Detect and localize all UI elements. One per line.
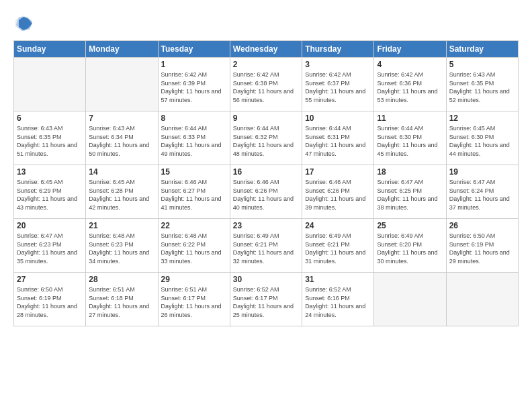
calendar-week-row: 20Sunrise: 6:47 AMSunset: 6:23 PMDayligh… [14, 219, 519, 273]
day-number: 22 [161, 221, 227, 230]
calendar-week-row: 1Sunrise: 6:42 AMSunset: 6:39 PMDaylight… [14, 58, 519, 111]
day-info: Sunrise: 6:42 AMSunset: 6:38 PMDaylight:… [233, 71, 299, 104]
day-info: Sunrise: 6:42 AMSunset: 6:39 PMDaylight:… [161, 71, 227, 104]
day-number: 15 [161, 167, 227, 177]
calendar-cell [86, 58, 158, 111]
day-info: Sunrise: 6:44 AMSunset: 6:31 PMDaylight:… [305, 124, 371, 158]
day-info: Sunrise: 6:48 AMSunset: 6:22 PMDaylight:… [161, 232, 227, 265]
logo-icon [13, 13, 34, 34]
day-info: Sunrise: 6:46 AMSunset: 6:27 PMDaylight:… [161, 178, 227, 212]
day-info: Sunrise: 6:47 AMSunset: 6:24 PMDaylight:… [449, 178, 515, 212]
calendar-table: SundayMondayTuesdayWednesdayThursdayFrid… [13, 40, 519, 326]
day-number: 13 [17, 167, 83, 177]
day-number: 14 [89, 167, 154, 177]
column-header-sunday: Sunday [14, 41, 86, 58]
day-number: 7 [89, 113, 154, 123]
calendar-cell: 26Sunrise: 6:50 AMSunset: 6:19 PMDayligh… [446, 219, 518, 273]
calendar-cell: 7Sunrise: 6:43 AMSunset: 6:34 PMDaylight… [86, 111, 158, 165]
day-number: 10 [305, 113, 371, 123]
day-number: 29 [161, 275, 227, 284]
calendar-cell: 17Sunrise: 6:46 AMSunset: 6:26 PMDayligh… [302, 165, 374, 219]
day-info: Sunrise: 6:47 AMSunset: 6:23 PMDaylight:… [17, 232, 83, 265]
day-number: 5 [449, 60, 515, 69]
day-info: Sunrise: 6:43 AMSunset: 6:34 PMDaylight:… [89, 124, 154, 158]
day-number: 9 [233, 113, 299, 123]
day-info: Sunrise: 6:49 AMSunset: 6:21 PMDaylight:… [233, 232, 299, 265]
day-number: 12 [449, 113, 515, 123]
calendar-week-row: 27Sunrise: 6:50 AMSunset: 6:19 PMDayligh… [14, 273, 519, 326]
calendar-cell: 20Sunrise: 6:47 AMSunset: 6:23 PMDayligh… [14, 219, 86, 273]
column-header-monday: Monday [86, 41, 158, 58]
calendar-cell: 28Sunrise: 6:51 AMSunset: 6:18 PMDayligh… [86, 273, 158, 326]
day-number: 20 [17, 221, 83, 230]
calendar-cell: 4Sunrise: 6:42 AMSunset: 6:36 PMDaylight… [374, 58, 446, 111]
day-info: Sunrise: 6:45 AMSunset: 6:30 PMDaylight:… [449, 124, 515, 158]
day-info: Sunrise: 6:52 AMSunset: 6:16 PMDaylight:… [305, 285, 371, 319]
day-number: 24 [305, 221, 371, 230]
day-number: 2 [233, 60, 299, 69]
day-number: 21 [89, 221, 154, 230]
day-info: Sunrise: 6:51 AMSunset: 6:17 PMDaylight:… [161, 285, 227, 319]
day-number: 17 [305, 167, 371, 177]
calendar-cell: 23Sunrise: 6:49 AMSunset: 6:21 PMDayligh… [230, 219, 302, 273]
calendar-cell: 31Sunrise: 6:52 AMSunset: 6:16 PMDayligh… [302, 273, 374, 326]
calendar-cell: 11Sunrise: 6:44 AMSunset: 6:30 PMDayligh… [374, 111, 446, 165]
day-number: 8 [161, 113, 227, 123]
day-number: 11 [377, 113, 443, 123]
calendar-cell: 24Sunrise: 6:49 AMSunset: 6:21 PMDayligh… [302, 219, 374, 273]
calendar-cell: 25Sunrise: 6:49 AMSunset: 6:20 PMDayligh… [374, 219, 446, 273]
calendar-cell: 29Sunrise: 6:51 AMSunset: 6:17 PMDayligh… [158, 273, 230, 326]
calendar-week-row: 6Sunrise: 6:43 AMSunset: 6:35 PMDaylight… [14, 111, 519, 165]
column-header-wednesday: Wednesday [230, 41, 302, 58]
page-header [13, 13, 519, 34]
calendar-cell: 10Sunrise: 6:44 AMSunset: 6:31 PMDayligh… [302, 111, 374, 165]
day-info: Sunrise: 6:42 AMSunset: 6:37 PMDaylight:… [305, 71, 371, 104]
calendar-cell: 6Sunrise: 6:43 AMSunset: 6:35 PMDaylight… [14, 111, 86, 165]
day-info: Sunrise: 6:49 AMSunset: 6:21 PMDaylight:… [305, 232, 371, 265]
day-info: Sunrise: 6:46 AMSunset: 6:26 PMDaylight:… [305, 178, 371, 212]
day-number: 6 [17, 113, 83, 123]
day-info: Sunrise: 6:45 AMSunset: 6:28 PMDaylight:… [89, 178, 154, 212]
day-number: 23 [233, 221, 299, 230]
calendar-cell [446, 273, 518, 326]
calendar-cell: 27Sunrise: 6:50 AMSunset: 6:19 PMDayligh… [14, 273, 86, 326]
day-info: Sunrise: 6:48 AMSunset: 6:23 PMDaylight:… [89, 232, 154, 265]
day-info: Sunrise: 6:46 AMSunset: 6:26 PMDaylight:… [233, 178, 299, 212]
calendar-cell: 8Sunrise: 6:44 AMSunset: 6:33 PMDaylight… [158, 111, 230, 165]
column-header-saturday: Saturday [446, 41, 518, 58]
day-number: 28 [89, 275, 154, 284]
calendar-cell: 18Sunrise: 6:47 AMSunset: 6:25 PMDayligh… [374, 165, 446, 219]
calendar-week-row: 13Sunrise: 6:45 AMSunset: 6:29 PMDayligh… [14, 165, 519, 219]
day-number: 31 [305, 275, 371, 284]
calendar-cell: 19Sunrise: 6:47 AMSunset: 6:24 PMDayligh… [446, 165, 518, 219]
calendar-cell: 1Sunrise: 6:42 AMSunset: 6:39 PMDaylight… [158, 58, 230, 111]
svg-marker-2 [19, 17, 32, 30]
day-number: 27 [17, 275, 83, 284]
calendar-cell: 2Sunrise: 6:42 AMSunset: 6:38 PMDaylight… [230, 58, 302, 111]
day-number: 19 [449, 167, 515, 177]
day-number: 1 [161, 60, 227, 69]
day-info: Sunrise: 6:44 AMSunset: 6:30 PMDaylight:… [377, 124, 443, 158]
day-info: Sunrise: 6:44 AMSunset: 6:32 PMDaylight:… [233, 124, 299, 158]
column-header-tuesday: Tuesday [158, 41, 230, 58]
calendar-cell: 3Sunrise: 6:42 AMSunset: 6:37 PMDaylight… [302, 58, 374, 111]
calendar-cell: 16Sunrise: 6:46 AMSunset: 6:26 PMDayligh… [230, 165, 302, 219]
day-info: Sunrise: 6:43 AMSunset: 6:35 PMDaylight:… [17, 124, 83, 158]
day-number: 26 [449, 221, 515, 230]
calendar-cell: 22Sunrise: 6:48 AMSunset: 6:22 PMDayligh… [158, 219, 230, 273]
calendar-cell: 14Sunrise: 6:45 AMSunset: 6:28 PMDayligh… [86, 165, 158, 219]
day-number: 18 [377, 167, 443, 177]
calendar-cell: 12Sunrise: 6:45 AMSunset: 6:30 PMDayligh… [446, 111, 518, 165]
calendar-cell: 15Sunrise: 6:46 AMSunset: 6:27 PMDayligh… [158, 165, 230, 219]
column-header-friday: Friday [374, 41, 446, 58]
day-info: Sunrise: 6:44 AMSunset: 6:33 PMDaylight:… [161, 124, 227, 158]
column-header-thursday: Thursday [302, 41, 374, 58]
logo [13, 13, 36, 34]
calendar-header-row: SundayMondayTuesdayWednesdayThursdayFrid… [14, 41, 519, 58]
day-info: Sunrise: 6:50 AMSunset: 6:19 PMDaylight:… [17, 285, 83, 319]
day-info: Sunrise: 6:52 AMSunset: 6:17 PMDaylight:… [233, 285, 299, 319]
day-number: 4 [377, 60, 443, 69]
day-info: Sunrise: 6:42 AMSunset: 6:36 PMDaylight:… [377, 71, 443, 104]
day-info: Sunrise: 6:45 AMSunset: 6:29 PMDaylight:… [17, 178, 83, 212]
day-info: Sunrise: 6:49 AMSunset: 6:20 PMDaylight:… [377, 232, 443, 265]
